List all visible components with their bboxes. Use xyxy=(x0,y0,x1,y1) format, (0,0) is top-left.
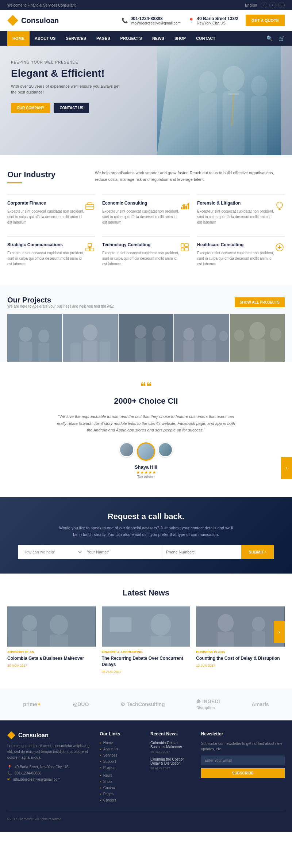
svg-rect-54 xyxy=(249,339,265,362)
news-title-2[interactable]: The Recurring Debate Over Concurrent Del… xyxy=(102,655,191,668)
news-image-1 xyxy=(7,606,96,647)
footer-link-pages[interactable]: Support xyxy=(100,760,142,764)
footer-link-shop[interactable]: Shop xyxy=(100,780,142,784)
svg-point-1 xyxy=(223,66,245,91)
callback-form: How can we help* Financial Advice Tax Pl… xyxy=(18,545,274,559)
footer-link-aboutus[interactable]: About Us xyxy=(100,747,142,751)
hero-image xyxy=(157,46,281,155)
nav-shop[interactable]: SHOP xyxy=(169,31,191,46)
gallery-item-5[interactable] xyxy=(230,314,285,362)
nav-news[interactable]: NEWS xyxy=(147,31,169,46)
callback-phone-input[interactable] xyxy=(162,545,241,559)
nav-about[interactable]: ABOUT US xyxy=(30,31,61,46)
industry-header: Our Industry We help organisations work … xyxy=(7,170,285,183)
footer-phone: 📞 001-1234-88888 xyxy=(7,771,91,775)
card-text-corporate: Excepteur sint occaecat cupidatat non pr… xyxy=(7,209,85,225)
twitter-icon[interactable]: t xyxy=(269,2,276,8)
logo[interactable]: Consuloan xyxy=(7,15,59,26)
svg-rect-4 xyxy=(199,93,217,155)
contact-us-button[interactable]: CONTACT US xyxy=(54,103,89,113)
footer-grid: Consuloan Lorem ipsum dolor sit amet, co… xyxy=(7,731,285,804)
hero-description: With over 20 years of experience we'll e… xyxy=(11,83,120,95)
cart-icon[interactable]: 🛒 xyxy=(278,35,285,41)
testimonial-stars: ★★★★★ xyxy=(7,470,285,475)
footer-link-contact[interactable]: Contact xyxy=(100,786,142,790)
svg-rect-27 xyxy=(185,247,188,251)
svg-rect-68 xyxy=(218,632,234,647)
svg-point-3 xyxy=(199,71,217,93)
callback-submit-button[interactable]: SUBMIT › xyxy=(241,545,274,559)
footer-news-title-2[interactable]: Counting the Cost of Delay & Disruption xyxy=(150,757,192,765)
footer-email: ✉ info.deercreative@gmail.com xyxy=(7,777,91,781)
testimonial-next-arrow[interactable]: › xyxy=(281,457,292,479)
partner-prime: prime✦ xyxy=(23,701,41,707)
nav-services[interactable]: SERVICES xyxy=(61,31,91,46)
news-image-2 xyxy=(102,606,191,647)
svg-rect-40 xyxy=(100,342,111,362)
avatar-3 xyxy=(158,442,173,457)
projects-section: Our Projects We are here to Acelerate yo… xyxy=(0,285,292,362)
partners-section: prime✦ ◎DUO ⚙ TechConsulting ❋ INGEDIDis… xyxy=(0,688,292,720)
card-text-strategic: Excepteur sint occaecat cupidatat non pr… xyxy=(7,250,85,267)
news-cat-3: Business Plans xyxy=(196,650,285,654)
nav-home[interactable]: HOME xyxy=(7,31,30,46)
hero-content: KEEPING YOUR WEB PRESENCE Elegant & Effi… xyxy=(11,60,120,113)
newsletter-subscribe-button[interactable]: SUBSCRIBE xyxy=(201,768,285,778)
language-selector[interactable]: English xyxy=(245,3,257,7)
svg-point-64 xyxy=(150,614,171,636)
footer-link-home[interactable]: Home xyxy=(100,741,142,745)
industry-heading: Our Industry xyxy=(7,170,80,179)
svg-rect-43 xyxy=(135,338,146,362)
callback-select[interactable]: How can we help* Financial Advice Tax Pl… xyxy=(18,545,83,559)
navigation: HOME ABOUT US SERVICES PAGES PROJECTS NE… xyxy=(0,31,292,46)
gallery-item-3[interactable] xyxy=(119,314,173,362)
nav-contact[interactable]: CONTACT xyxy=(191,31,220,46)
footer-newsletter-col: Newsletter Subscribe our newsletter to g… xyxy=(201,731,285,804)
email-address: info@deercreative@gmail.com xyxy=(131,21,181,25)
card-text-forensic: Excepteur sint occaecat cupidatat non pr… xyxy=(197,209,274,225)
show-all-projects-button[interactable]: SHOW ALL PROJECTS xyxy=(235,297,285,307)
partner-amaris: Amaris xyxy=(251,701,269,707)
callback-name-input[interactable] xyxy=(83,545,162,559)
location-icon: 📍 xyxy=(188,18,194,23)
facebook-icon[interactable]: f xyxy=(261,2,267,8)
card-title-corporate: Corporate Finance xyxy=(7,201,85,206)
gallery-item-1[interactable] xyxy=(7,314,62,362)
gallery-item-4[interactable] xyxy=(174,314,229,362)
industry-card-economic: Economic Consulting Excepteur sint occae… xyxy=(102,194,190,229)
googleplus-icon[interactable]: g xyxy=(278,2,285,8)
projects-title-block: Our Projects We are here to Acelerate yo… xyxy=(7,296,114,308)
our-company-button[interactable]: OUR COMPANY xyxy=(11,103,50,113)
svg-rect-38 xyxy=(83,340,98,362)
projects-header: Our Projects We are here to Acelerate yo… xyxy=(7,296,285,308)
svg-rect-12 xyxy=(181,207,182,209)
news-date-1: 30 NOV 2017 xyxy=(7,664,96,667)
footer-link-projects[interactable]: Projects xyxy=(100,766,142,770)
news-title-1[interactable]: Colombia Gets a Business Makeover xyxy=(7,655,96,662)
get-quote-button[interactable]: GET A QUOTE xyxy=(246,15,285,26)
card-title-healthcare: Healthcare Consulting xyxy=(197,242,274,247)
nav-projects[interactable]: PROJECTS xyxy=(115,31,147,46)
news-title-3[interactable]: Counting the Cost of Delay & Disruption xyxy=(196,655,285,662)
top-bar-right: English f t g xyxy=(245,2,285,8)
phone-icon: 📞 xyxy=(122,18,128,23)
nav-pages[interactable]: PAGES xyxy=(91,31,115,46)
footer-newsletter-desc: Subscribe our newsletter to get notified… xyxy=(201,741,285,752)
svg-point-44 xyxy=(152,326,165,340)
footer-link-support[interactable]: Pages xyxy=(100,792,142,796)
footer-bottom: ©2017 Themesfat. All rights reserved. xyxy=(7,812,285,821)
news-next-arrow[interactable]: › xyxy=(274,621,285,643)
footer-news-title-1[interactable]: Colombia Gets a Business Makeover xyxy=(150,741,192,749)
news-card-1: Advisory Plan Colombia Gets a Business M… xyxy=(7,606,96,674)
news-date-2: 05 AUG 2017 xyxy=(102,670,191,674)
news-card-2: Finance & Accounting The Recurring Debat… xyxy=(102,606,191,674)
footer-link-news[interactable]: News xyxy=(100,773,142,777)
news-date-3: 12 JUN 2017 xyxy=(196,664,285,667)
testimonial-heading: 2000+ Choice Cli xyxy=(7,396,285,406)
newsletter-email-input[interactable] xyxy=(201,755,285,765)
footer-link-careers[interactable]: Careers xyxy=(100,798,142,802)
gallery-item-2[interactable] xyxy=(63,314,118,362)
news-image-3 xyxy=(196,606,285,647)
search-icon[interactable]: 🔍 xyxy=(266,35,273,41)
footer-link-services[interactable]: Services xyxy=(100,753,142,757)
